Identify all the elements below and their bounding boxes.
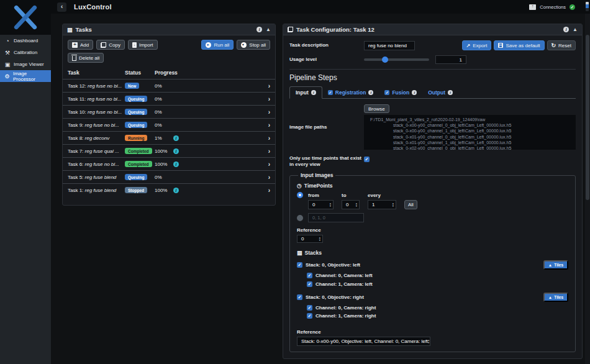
copy-task-button[interactable]: Copy	[96, 40, 125, 50]
to-input[interactable]: 0 ▴▾	[342, 200, 360, 209]
collapse-caret-icon[interactable]: ▲	[266, 27, 271, 32]
scrollbar-thumb[interactable]	[586, 35, 589, 200]
task-label: Task 12: reg fuse no bl...	[68, 83, 125, 89]
tiles-collapse-button[interactable]: ▲ Tiles	[543, 260, 568, 270]
delete-all-button[interactable]: Delete all	[68, 53, 104, 63]
timepoints-list-input[interactable]: 0, 1, 0	[308, 213, 364, 222]
back-button[interactable]: ‹	[57, 2, 66, 12]
collapse-caret-icon[interactable]: ▲	[573, 27, 578, 32]
table-row[interactable]: Task 7: reg fuse qual ... Completed 100%…	[63, 144, 275, 157]
usage-level-slider[interactable]	[364, 58, 429, 61]
info-icon: i	[311, 90, 316, 95]
info-icon[interactable]: i	[563, 27, 569, 32]
usage-level-label: Usage level	[289, 57, 364, 63]
browse-button[interactable]: Browse	[364, 104, 389, 113]
info-icon[interactable]: i	[173, 162, 179, 167]
slider-handle[interactable]	[382, 57, 388, 63]
progress-value: 100%	[155, 188, 173, 193]
copy-icon	[101, 42, 106, 48]
table-row[interactable]: Task 8: reg deconv Running 1% i ›	[63, 131, 275, 144]
list-radio[interactable]	[297, 215, 303, 221]
input-images-group: Input Images TimePoints from to every 0 …	[289, 172, 576, 352]
table-row[interactable]: Task 5: reg fuse blend Queuing 0% i ›	[63, 170, 275, 183]
save-icon	[498, 43, 503, 48]
sidebar-item-dashboard[interactable]: ◔ Dashboard	[0, 35, 51, 47]
progress-value: 100%	[155, 148, 173, 154]
sidebar-item-calibration[interactable]: ⚒ Calibration	[0, 47, 51, 58]
chevron-right-icon[interactable]: ›	[268, 96, 270, 102]
sidebar-item-image-processor[interactable]: ⚙ Image Processor	[0, 70, 51, 82]
tiles-collapse-button[interactable]: ▲ Tiles	[543, 293, 568, 302]
chevron-right-icon[interactable]: ›	[268, 187, 270, 194]
add-task-button[interactable]: Add	[68, 40, 93, 50]
table-row[interactable]: Task 11: reg fuse no bl... Queuing 0% i …	[63, 92, 275, 105]
checkbox-checked[interactable]: ✓	[328, 90, 333, 95]
channel-checkbox[interactable]: ✓	[307, 313, 312, 319]
image-file-paths-box[interactable]: F:/TD1_Moni_plant_3_vtiles_2_rot\2020-02…	[364, 115, 576, 150]
tab-registration[interactable]: ✓ Registration i	[322, 87, 379, 98]
app-window: ‹ LuxControl Connections ✓ ◔ Dashboard ⚒…	[0, 0, 590, 364]
channel-checkbox[interactable]: ✓	[307, 305, 312, 311]
reference-select-block: Reference Stack: 0-x00-y00, Objective: l…	[297, 324, 568, 346]
chevron-right-icon[interactable]: ›	[268, 122, 270, 129]
tab-input[interactable]: Input i	[289, 86, 322, 99]
stepper-icon[interactable]: ▴▾	[356, 202, 357, 207]
chevron-right-icon[interactable]: ›	[268, 83, 270, 89]
info-icon[interactable]: i	[173, 135, 179, 141]
table-row[interactable]: Task 12: reg fuse no bl... New 0% i ›	[63, 79, 275, 92]
image-file-paths-label: Image file paths	[289, 124, 364, 130]
reference-select[interactable]: Stack: 0-x00-y00, Objective: left, Chann…	[297, 337, 430, 346]
channel-checkbox[interactable]: ✓	[307, 281, 312, 287]
table-row[interactable]: Task 1: reg fuse blend Stopped 100% i ›	[63, 183, 275, 196]
stepper-icon[interactable]: ▴▾	[330, 202, 331, 207]
usage-level-row: Usage level 1	[289, 55, 576, 64]
tasks-icon	[67, 26, 73, 33]
task-description-label: Task description	[289, 42, 364, 48]
channel-row: ✓ Channel: 1, Camera: left	[307, 281, 568, 287]
tab-output[interactable]: Output i	[422, 87, 458, 98]
table-row[interactable]: Task 10: reg fuse no bl... Queuing 0% i …	[63, 105, 275, 118]
column-progress: Progress	[155, 70, 173, 76]
tasks-panel: Tasks i ▲ Add Copy Import	[62, 24, 276, 206]
table-row[interactable]: Task 6: reg fuse no bl... Completed 100%…	[63, 157, 275, 170]
export-button[interactable]: Export	[462, 40, 492, 50]
stepper-icon[interactable]: ▴▾	[319, 237, 320, 241]
sidebar-item-label: Image Processor	[13, 71, 47, 82]
import-task-button[interactable]: Import	[128, 40, 158, 50]
status-indicator-icon	[586, 2, 589, 11]
chevron-right-icon[interactable]: ›	[268, 135, 270, 142]
status-badge: Queuing	[125, 174, 147, 180]
timepoints-range-labels: from to every	[297, 192, 568, 198]
stack-label: Stack: 0, Objective: right	[306, 294, 364, 300]
info-icon[interactable]: i	[173, 148, 179, 154]
chevron-right-icon[interactable]: ›	[268, 161, 270, 168]
chevron-right-icon[interactable]: ›	[268, 148, 270, 155]
image-file-paths-row: Image file paths Browse F:/TD1_Moni_plan…	[289, 104, 576, 150]
usage-level-value[interactable]: 1	[435, 55, 466, 64]
sidebar-item-image-viewer[interactable]: ▣ Image Viewer	[0, 58, 51, 70]
save-as-default-button[interactable]: Save as default	[494, 40, 544, 50]
reference-input[interactable]: 0 ▴▾	[297, 235, 323, 243]
stack-checkbox[interactable]: ✓	[297, 294, 302, 300]
stack-checkbox[interactable]: ✓	[297, 262, 302, 268]
every-input[interactable]: 1 ▴▾	[368, 200, 396, 209]
info-icon[interactable]: i	[173, 188, 179, 193]
task-description-input[interactable]: reg fuse no blend	[364, 41, 415, 50]
all-button[interactable]: All	[404, 200, 417, 209]
status-badge: Queuing	[125, 109, 147, 115]
chevron-right-icon[interactable]: ›	[268, 174, 270, 181]
tab-fusion[interactable]: ✓ Fusion i	[379, 87, 422, 98]
from-input[interactable]: 0 ▴▾	[308, 200, 334, 209]
stop-all-button[interactable]: Stop all	[237, 40, 270, 50]
channel-checkbox[interactable]: ✓	[307, 273, 312, 278]
chevron-right-icon[interactable]: ›	[268, 109, 270, 116]
table-row[interactable]: Task 9: reg fuse no bl... Queuing 0% i ›	[63, 118, 275, 131]
reset-button[interactable]: Reset	[547, 40, 576, 50]
info-icon[interactable]: i	[256, 27, 262, 32]
run-all-button[interactable]: Run all	[201, 40, 234, 50]
scrollbar[interactable]	[585, 14, 590, 364]
checkbox-checked[interactable]: ✓	[384, 90, 389, 95]
stepper-icon[interactable]: ▴▾	[393, 202, 394, 207]
timepoints-filter-checkbox[interactable]: ✓	[364, 157, 370, 162]
range-radio[interactable]	[297, 192, 303, 198]
